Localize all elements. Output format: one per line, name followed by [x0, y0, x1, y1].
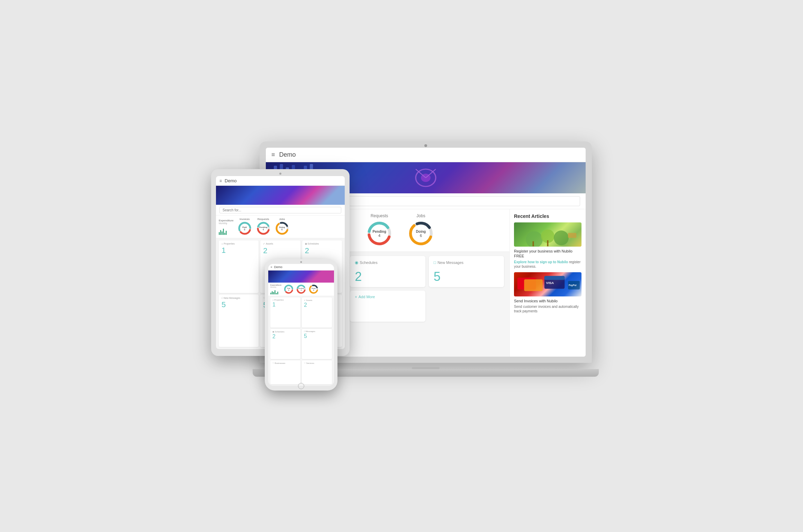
payments-article-image: VISA PayPal — [514, 272, 581, 296]
tablet-header: ≡ Demo — [216, 176, 345, 186]
svg-rect-25 — [568, 233, 576, 238]
tablet-title: Demo — [225, 178, 237, 183]
tablet-hamburger-icon[interactable]: ≡ — [219, 178, 222, 183]
tablet-requests: Requests Pending 4 — [256, 218, 271, 236]
svg-rect-30 — [544, 276, 565, 280]
svg-rect-23 — [533, 241, 534, 247]
svg-rect-27 — [524, 279, 543, 291]
garden-article-image — [514, 222, 581, 247]
doing-donut[interactable]: Doing 6 — [407, 220, 435, 247]
add-more-tile[interactable]: + Add More — [350, 291, 425, 322]
tablet-paid-donut[interactable]: Paid 6 — [237, 221, 252, 236]
phone-messages-tile[interactable]: □ Messages 5 — [302, 329, 332, 359]
pending-donut[interactable]: Pending 4 — [366, 220, 393, 247]
jobs-label: Jobs — [416, 213, 425, 218]
plus-icon: + — [355, 295, 357, 299]
svg-text:VISA: VISA — [546, 281, 554, 285]
phone-header: ≡ Demo — [268, 264, 334, 270]
tablet-bar-chart — [219, 225, 234, 235]
phone-bar-chart — [270, 288, 281, 294]
messages-value: 5 — [434, 270, 499, 283]
tablet-banner — [216, 186, 345, 205]
phone-screen: ≡ Demo Expenditure Monthly — [268, 264, 334, 386]
phone-businesses-tile[interactable]: ♡ Businesses — [270, 360, 300, 384]
requests-stat: Requests Pending 4 — [366, 213, 393, 247]
tablet-jobs: Jobs Doing 6 — [274, 218, 290, 236]
messages-tile[interactable]: □ New Messages 5 — [429, 256, 504, 287]
phone-stats: Expenditure Monthly — [268, 283, 334, 296]
phone-body: ≡ Demo Expenditure Monthly — [265, 259, 337, 391]
phone-hamburger-icon[interactable]: ≡ — [271, 266, 272, 269]
svg-text:PayPal: PayPal — [569, 284, 576, 286]
clock-icon: ◉ — [355, 260, 358, 265]
phone-paid-donut[interactable]: Paid 6 — [283, 284, 294, 294]
article2-body: Send customer invoices and automatically… — [514, 304, 581, 313]
schedules-label: Schedules — [360, 260, 377, 265]
phone-device: ≡ Demo Expenditure Monthly — [265, 259, 337, 391]
phone-home-btn[interactable] — [298, 383, 304, 389]
scene: ≡ Demo — [211, 141, 592, 391]
svg-point-22 — [554, 230, 569, 245]
tablet-search-input[interactable] — [219, 207, 341, 213]
laptop-camera — [424, 144, 427, 147]
schedules-value: 2 — [355, 270, 420, 283]
article1-body: Explore how to sign up to Nubilo registe… — [514, 260, 581, 269]
article1-headline: Register your business with Nubilo FREE — [514, 249, 581, 259]
laptop-app-header: ≡ Demo — [266, 148, 586, 162]
requests-label: Requests — [371, 213, 388, 218]
phone-camera — [300, 261, 302, 263]
tablet-messages-tile[interactable]: □ New Messages 5 — [219, 295, 259, 347]
laptop-app-title: Demo — [279, 151, 296, 158]
tablet-stats: Expenditure Monthly Invoic — [216, 215, 345, 238]
tablet-doing-donut[interactable]: Doing 6 — [274, 221, 290, 236]
jobs-stat: Jobs Doing 6 — [407, 213, 435, 247]
phone-pending-donut[interactable]: Pending 4 — [296, 284, 306, 294]
tablet-expenditure: Expenditure Monthly — [219, 219, 234, 235]
svg-rect-24 — [547, 240, 549, 247]
tablet-properties-tile[interactable]: ⌂ Properties 1 — [219, 240, 259, 293]
add-more-label: Add More — [359, 295, 375, 299]
tablet-camera — [279, 173, 281, 175]
phone-properties-tile[interactable]: ⌂ Properties 1 — [270, 297, 300, 328]
phone-doing-donut[interactable]: Doing 6 — [308, 284, 319, 294]
tablet-search — [216, 205, 345, 215]
chat-icon: □ — [434, 260, 436, 265]
schedules-tile[interactable]: ◉ Schedules 2 — [350, 256, 425, 287]
phone-banner — [268, 270, 334, 283]
phone-tiles: ⌂ Properties 1 ✓ Assets 2 ◉ Schedules 2 … — [268, 296, 334, 386]
article2-headline: Send Invoices with Nubilo — [514, 299, 581, 303]
tablet-invoices: Invoices Paid 6 — [237, 218, 252, 236]
tablet-pending-donut[interactable]: Pending 4 — [256, 221, 271, 236]
phone-schedules-tile[interactable]: ◉ Schedules 2 — [270, 329, 300, 359]
svg-point-20 — [526, 231, 543, 247]
phone-services-tile[interactable]: ♡ Services — [302, 360, 332, 384]
articles-sidebar: Recent Articles — [509, 209, 586, 357]
articles-title: Recent Articles — [514, 213, 581, 219]
article1-highlight: Explore how to sign up to Nubilo — [514, 260, 568, 264]
phone-title: Demo — [274, 265, 282, 269]
messages-label: New Messages — [437, 260, 463, 265]
phone-expenditure: Expenditure Monthly — [270, 284, 281, 294]
hamburger-icon[interactable]: ≡ — [271, 151, 275, 158]
phone-assets-tile[interactable]: ✓ Assets 2 — [302, 297, 332, 328]
